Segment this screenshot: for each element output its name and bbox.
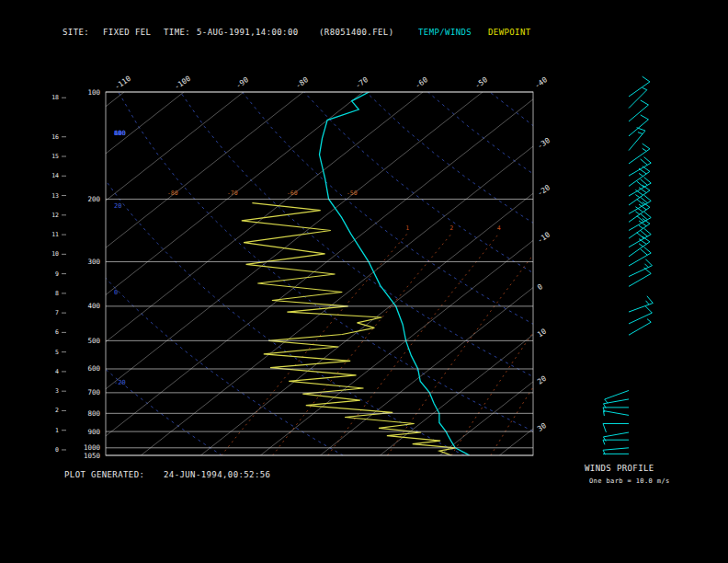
svg-text:6: 6 xyxy=(55,328,59,336)
time-label: TIME: xyxy=(164,28,190,37)
plot-generated-label: PLOT GENERATED: xyxy=(64,470,144,479)
plot-generated-value: 24-JUN-1994,00:52:56 xyxy=(164,470,270,479)
svg-text:2: 2 xyxy=(449,224,453,232)
svg-text:-80: -80 xyxy=(167,190,178,197)
winds-profile-title: WINDS PROFILE xyxy=(585,464,654,473)
svg-text:10: 10 xyxy=(51,250,59,258)
svg-text:5: 5 xyxy=(55,349,59,356)
svg-text:-20: -20 xyxy=(536,183,552,198)
svg-text:1: 1 xyxy=(55,427,59,434)
svg-text:800: 800 xyxy=(87,409,100,418)
svg-text:-70: -70 xyxy=(227,190,238,197)
svg-text:100: 100 xyxy=(87,88,100,97)
svg-text:-100: -100 xyxy=(173,75,192,92)
svg-text:200: 200 xyxy=(87,195,100,203)
file-reference: (R8051400.FEL) xyxy=(319,28,393,37)
svg-text:700: 700 xyxy=(87,388,100,396)
svg-text:-40: -40 xyxy=(533,75,549,90)
svg-text:4: 4 xyxy=(497,224,501,232)
svg-text:3: 3 xyxy=(55,387,59,395)
svg-text:13: 13 xyxy=(51,192,59,200)
svg-text:20: 20 xyxy=(536,374,548,386)
svg-text:500: 500 xyxy=(87,337,100,345)
svg-text:0: 0 xyxy=(536,282,544,292)
temp-winds-legend: TEMP/WINDS xyxy=(418,28,472,37)
svg-text:16: 16 xyxy=(51,133,59,141)
svg-text:20: 20 xyxy=(114,202,121,210)
svg-text:11: 11 xyxy=(51,231,59,238)
svg-text:0: 0 xyxy=(55,446,59,454)
svg-text:-60: -60 xyxy=(414,75,429,90)
svg-text:12: 12 xyxy=(51,212,59,219)
svg-text:-80: -80 xyxy=(294,75,310,90)
svg-text:900: 900 xyxy=(87,428,100,436)
svg-text:-50: -50 xyxy=(347,190,358,197)
svg-text:-90: -90 xyxy=(234,75,250,90)
svg-text:7: 7 xyxy=(55,309,59,316)
svg-text:300: 300 xyxy=(87,258,100,266)
svg-text:0: 0 xyxy=(114,289,118,296)
svg-text:9: 9 xyxy=(55,270,59,278)
dewpoint-legend: DEWPOINT xyxy=(488,28,531,37)
svg-text:1: 1 xyxy=(405,224,409,232)
svg-text:-60: -60 xyxy=(287,190,298,197)
svg-text:140: 140 xyxy=(114,130,126,137)
svg-text:8: 8 xyxy=(55,290,59,297)
svg-text:-10: -10 xyxy=(536,230,552,245)
site-label: SITE: xyxy=(63,28,89,37)
svg-text:1050: 1050 xyxy=(84,452,101,460)
svg-text:600: 600 xyxy=(87,364,100,373)
svg-text:30: 30 xyxy=(536,421,548,433)
winds-profile-legend: One barb = 10.0 m/s xyxy=(589,477,670,485)
svg-text:14: 14 xyxy=(51,172,59,179)
svg-text:18: 18 xyxy=(51,94,59,101)
svg-text:15: 15 xyxy=(51,153,59,160)
svg-text:4: 4 xyxy=(55,368,59,375)
skewt-screen: -200204060801001201401241002003004005006… xyxy=(0,0,728,563)
svg-text:-70: -70 xyxy=(354,75,370,90)
svg-text:400: 400 xyxy=(87,302,100,310)
svg-text:10: 10 xyxy=(536,327,548,339)
time-value: 5-AUG-1991,14:00:00 xyxy=(197,28,299,37)
site-value: FIXED FEL xyxy=(103,28,151,37)
svg-text:-20: -20 xyxy=(114,379,126,386)
svg-text:-110: -110 xyxy=(113,75,132,92)
svg-text:-30: -30 xyxy=(536,136,552,151)
svg-text:-50: -50 xyxy=(473,75,489,90)
svg-text:2: 2 xyxy=(55,407,59,414)
